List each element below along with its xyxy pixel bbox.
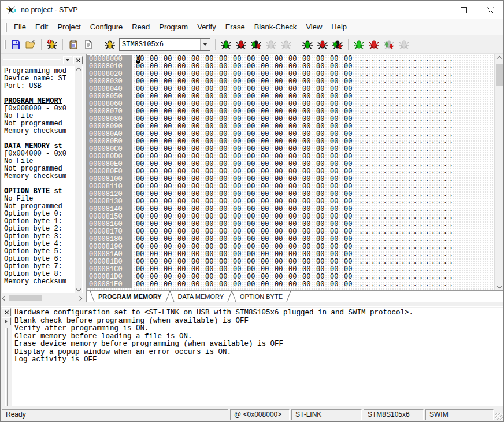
hex-byte[interactable]: 00 [298,281,312,288]
combobox-dropdown-button[interactable] [200,39,210,50]
menu-help[interactable]: Help [327,20,351,34]
floppy-icon [11,40,20,49]
scroll-right-icon[interactable] [77,296,82,301]
hex-byte[interactable]: 00 [243,281,257,288]
device-info-line: Memory checksum [4,173,75,180]
menu-configure[interactable]: Configure [86,20,127,34]
scroll-up-icon[interactable] [76,68,80,72]
hex-byte[interactable]: 00 [132,281,146,288]
menu-items: FileEditProjectConfigureReadProgramVerif… [9,20,351,34]
toolbar-gripper[interactable] [4,40,6,49]
close-button[interactable] [477,1,503,19]
hex-byte[interactable]: 00 [173,281,187,288]
menu-edit[interactable]: Edit [31,20,53,34]
log-pane: Hardware configuration set to <ST-LINK o… [1,306,503,407]
scrollbar-thumb[interactable] [9,295,42,301]
window-controls [424,1,503,19]
hex-byte[interactable]: 00 [187,281,201,288]
log-gripper[interactable] [5,328,8,406]
toolbar-open-file-button[interactable] [23,37,38,52]
tab-option-byte[interactable]: OPTION BYTE [232,291,291,302]
menu-project[interactable]: Project [53,20,85,34]
hex-byte[interactable]: 00 [340,281,354,288]
minimize-button[interactable] [424,1,450,19]
chip-all-red [369,39,379,49]
menu-read[interactable]: Read [127,20,154,34]
hex-ascii[interactable]: . . . . . . . . . . . . . . . . [359,281,452,288]
chip-red-down [317,39,328,49]
scroll-down-icon[interactable] [76,287,80,291]
menu-erase[interactable]: Erase [221,20,250,34]
hex-byte[interactable]: 00 [160,281,173,288]
device-info-vertical-scrollbar[interactable] [75,66,82,293]
status-probe: ST-LINK [291,409,362,420]
hex-byte[interactable]: 00 [257,281,270,288]
toolbar-device-alert-button[interactable] [45,37,60,52]
status-bar: Ready @ <0x008000> ST-LINK STM8S105x6 SW… [1,407,503,421]
scroll-down-icon[interactable] [496,284,501,288]
log-output: Hardware configuration set to <ST-LINK o… [12,308,503,406]
menubar-gripper[interactable] [5,23,7,32]
dock-menu-button[interactable] [63,56,72,64]
menu-view[interactable]: View [301,20,327,34]
scrollbar-thumb[interactable] [496,64,503,86]
chip-green-red [251,39,261,49]
tab-data-memory[interactable]: DATA MEMORY [170,291,232,302]
toolbar-verify-all-tabs-button[interactable] [330,37,345,52]
scroll-up-icon[interactable] [496,56,501,61]
hex-editor[interactable]: 0000800000000000000000000000000000000000… [87,54,494,290]
menu-verify[interactable]: Verify [192,20,221,34]
device-info-line: DATA MEMORY st [4,143,75,150]
toolbar-erase-tab-button[interactable] [264,37,279,52]
hex-byte[interactable]: 00 [270,281,284,288]
menu-file[interactable]: File [9,20,31,34]
toolbar-verify-device-button[interactable] [381,37,396,52]
hex-vertical-scrollbar[interactable] [494,54,503,290]
hex-byte[interactable]: 00 [201,281,215,288]
toolbar-program-all-tabs-button[interactable] [315,37,330,52]
dock-close-button[interactable] [73,56,83,64]
log-line: Clear memory before loading a file is ON… [14,333,500,341]
toolbar-separator [41,39,42,50]
toolbar-save-button[interactable] [8,37,23,52]
toolbar-read-tab-button[interactable] [218,37,234,52]
toolbar-select-device-button[interactable] [102,37,117,52]
hex-byte[interactable]: 00 [229,281,243,288]
log-close-button[interactable] [2,308,11,316]
device-combobox[interactable]: STM8S105x6 [119,38,210,51]
menu-bar: FileEditProjectConfigureReadProgramVerif… [1,19,503,35]
hex-byte[interactable]: 00 [312,281,326,288]
log-expand-button[interactable] [2,317,11,325]
toolbar-read-device-button[interactable] [351,37,366,52]
maximize-button[interactable] [450,1,477,19]
scroll-left-icon[interactable] [2,296,7,301]
hex-byte[interactable]: 00 [284,281,298,288]
hex-byte[interactable]: 00 [146,281,160,288]
toolbar-blank-check-tab-button[interactable] [279,37,294,52]
document-icon [84,40,92,49]
hex-byte[interactable]: 00 [326,281,340,288]
toolbar-blank-check-device-button[interactable] [396,37,412,52]
resize-grip[interactable] [495,413,503,420]
toolbar-program-tab-button[interactable] [234,37,249,52]
close-icon [487,7,494,13]
toolbar-paste-button[interactable] [66,37,81,52]
toolbar-compare-button[interactable] [81,37,96,52]
device-info-line: Option byte 3: [4,233,75,240]
device-info-line: Option byte 5: [4,248,75,256]
device-combobox-value: STM8S105x6 [120,40,200,49]
main-area: Programming modDevice name: STPort: USB … [1,54,503,306]
menu-blank-check[interactable]: Blank-Check [250,20,302,34]
toolbar-program-device-button[interactable] [366,37,381,52]
toolbar-verify-tab-button[interactable] [249,37,264,52]
dock-gripper[interactable] [3,59,61,61]
memory-tabs: PROGRAM MEMORYDATA MEMORYOPTION BYTE [87,290,503,302]
device-info-horizontal-scrollbar[interactable] [2,294,83,302]
tab-program-memory[interactable]: PROGRAM MEMORY [90,291,170,302]
menu-program[interactable]: Program [154,20,192,34]
toolbar-read-all-tabs-button[interactable] [300,37,315,52]
hex-byte[interactable]: 00 [215,281,229,288]
device-info-line: Option byte 4: [4,240,75,248]
device-info-line: Option byte 6: [4,256,75,263]
stvp-window: no project - STVP FileEditProjectConfigu… [0,0,504,422]
